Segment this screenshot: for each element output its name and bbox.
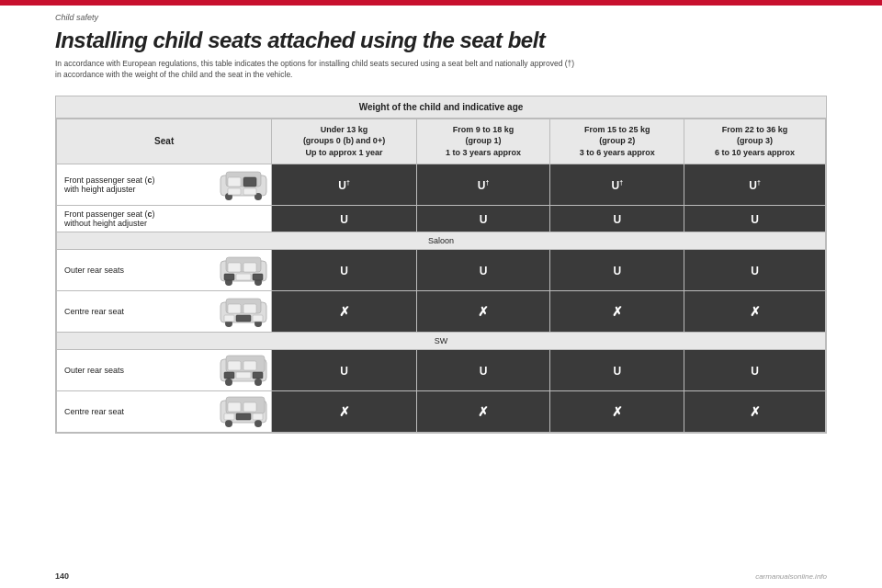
table-row: Front passenger seat (c)with height adju… bbox=[57, 164, 826, 205]
car-diagram-sw-centre bbox=[219, 395, 268, 428]
cell-front-height-9to18: U† bbox=[416, 164, 550, 205]
svg-rect-24 bbox=[236, 315, 251, 322]
seat-label-saloon-centre: Centre rear seat bbox=[57, 290, 272, 332]
svg-rect-23 bbox=[224, 315, 234, 322]
svg-rect-33 bbox=[236, 372, 251, 379]
cell-saloon-outer-9to18: U bbox=[416, 249, 550, 290]
cell-sw-centre-under13: ✗ bbox=[272, 390, 416, 432]
car-diagram-saloon-centre bbox=[219, 295, 268, 328]
category-label: Child safety bbox=[55, 13, 827, 22]
cell-saloon-centre-under13: ✗ bbox=[272, 290, 416, 332]
watermark: carmanualsonline.info bbox=[755, 572, 827, 581]
table-row: Front passenger seat (c)without height a… bbox=[57, 205, 826, 232]
col-under13-header: Under 13 kg (groups 0 (b) and 0+) Up to … bbox=[272, 119, 416, 164]
saloon-label: Saloon bbox=[57, 232, 826, 249]
svg-rect-16 bbox=[236, 274, 251, 280]
svg-rect-42 bbox=[236, 413, 251, 420]
table-row: Outer rear seats bbox=[57, 249, 826, 290]
child-seat-table: Seat Under 13 kg (groups 0 (b) and 0+) U… bbox=[56, 119, 826, 433]
car-diagram-saloon-outer bbox=[219, 254, 268, 287]
svg-rect-31 bbox=[243, 361, 256, 370]
sw-label: SW bbox=[57, 332, 826, 349]
seat-label-front-no-height: Front passenger seat (c)without height a… bbox=[57, 205, 272, 232]
cell-front-noheight-15to25: U bbox=[550, 205, 684, 232]
svg-rect-34 bbox=[253, 372, 263, 379]
cell-sw-outer-22to36: U bbox=[684, 349, 826, 390]
header-section: Child safety Installing child seats atta… bbox=[0, 6, 882, 96]
cell-saloon-centre-9to18: ✗ bbox=[416, 290, 550, 332]
cell-sw-centre-15to25: ✗ bbox=[550, 390, 684, 432]
cell-front-height-22to36: U† bbox=[684, 164, 826, 205]
svg-rect-14 bbox=[224, 274, 234, 280]
svg-rect-22 bbox=[243, 304, 256, 313]
svg-rect-6 bbox=[228, 188, 241, 195]
seat-label-sw-centre: Centre rear seat bbox=[57, 390, 272, 432]
main-table-container: Weight of the child and indicative age S… bbox=[55, 96, 827, 434]
cell-front-noheight-9to18: U bbox=[416, 205, 550, 232]
seat-label-sw-outer-rear: Outer rear seats bbox=[57, 349, 272, 390]
car-diagram-front bbox=[219, 168, 268, 201]
cell-sw-outer-under13: U bbox=[272, 349, 416, 390]
svg-rect-13 bbox=[243, 263, 256, 272]
cell-sw-centre-22to36: ✗ bbox=[684, 390, 826, 432]
cell-saloon-outer-22to36: U bbox=[684, 249, 826, 290]
sw-section-row: SW bbox=[57, 332, 826, 349]
cell-front-height-under13: U† bbox=[272, 164, 416, 205]
svg-rect-15 bbox=[253, 274, 263, 280]
cell-front-height-15to25: U† bbox=[550, 164, 684, 205]
cell-saloon-centre-15to25: ✗ bbox=[550, 290, 684, 332]
page-wrapper: Child safety Installing child seats atta… bbox=[0, 0, 882, 588]
page-number: 140 bbox=[55, 571, 69, 581]
table-row: Centre rear seat bbox=[57, 390, 826, 432]
table-row: Outer rear seats bbox=[57, 349, 826, 390]
svg-point-29 bbox=[254, 379, 262, 386]
col-22to36-header: From 22 to 36 kg (group 3) 6 to 10 years… bbox=[684, 119, 826, 164]
page-title: Installing child seats attached using th… bbox=[55, 28, 827, 53]
svg-point-28 bbox=[225, 379, 232, 386]
car-diagram-sw-outer bbox=[219, 354, 268, 387]
svg-rect-25 bbox=[253, 315, 263, 322]
cell-sw-outer-15to25: U bbox=[550, 349, 684, 390]
col-15to25-header: From 15 to 25 kg (group 2) 3 to 6 years … bbox=[550, 119, 684, 164]
subtitle-line1: In accordance with European regulations,… bbox=[55, 59, 574, 68]
seat-label-front-height: Front passenger seat (c)with height adju… bbox=[57, 164, 272, 205]
weight-header: Weight of the child and indicative age bbox=[56, 96, 826, 119]
subtitle-line2: in accordance with the weight of the chi… bbox=[55, 70, 292, 79]
svg-point-37 bbox=[225, 420, 232, 427]
cell-sw-centre-9to18: ✗ bbox=[416, 390, 550, 432]
seat-column-header: Seat bbox=[57, 119, 272, 164]
saloon-section-row: Saloon bbox=[57, 232, 826, 249]
cell-saloon-outer-15to25: U bbox=[550, 249, 684, 290]
svg-rect-43 bbox=[253, 413, 263, 420]
svg-point-38 bbox=[254, 420, 262, 427]
svg-rect-7 bbox=[243, 188, 256, 195]
svg-rect-39 bbox=[228, 402, 241, 412]
table-row: Centre rear seat bbox=[57, 290, 826, 332]
cell-saloon-centre-22to36: ✗ bbox=[684, 290, 826, 332]
svg-rect-41 bbox=[224, 413, 234, 420]
svg-rect-32 bbox=[224, 372, 234, 379]
cell-sw-outer-9to18: U bbox=[416, 349, 550, 390]
svg-rect-40 bbox=[243, 402, 256, 412]
seat-label-saloon-outer-rear: Outer rear seats bbox=[57, 249, 272, 290]
cell-front-noheight-under13: U bbox=[272, 205, 416, 232]
svg-rect-21 bbox=[228, 304, 241, 313]
cell-front-noheight-22to36: U bbox=[684, 205, 826, 232]
svg-rect-12 bbox=[228, 263, 241, 272]
col-9to18-header: From 9 to 18 kg (group 1) 1 to 3 years a… bbox=[416, 119, 550, 164]
svg-rect-30 bbox=[228, 361, 241, 370]
subtitle: In accordance with European regulations,… bbox=[55, 59, 827, 81]
svg-rect-4 bbox=[243, 177, 256, 187]
svg-rect-5 bbox=[228, 177, 241, 187]
cell-saloon-outer-under13: U bbox=[272, 249, 416, 290]
